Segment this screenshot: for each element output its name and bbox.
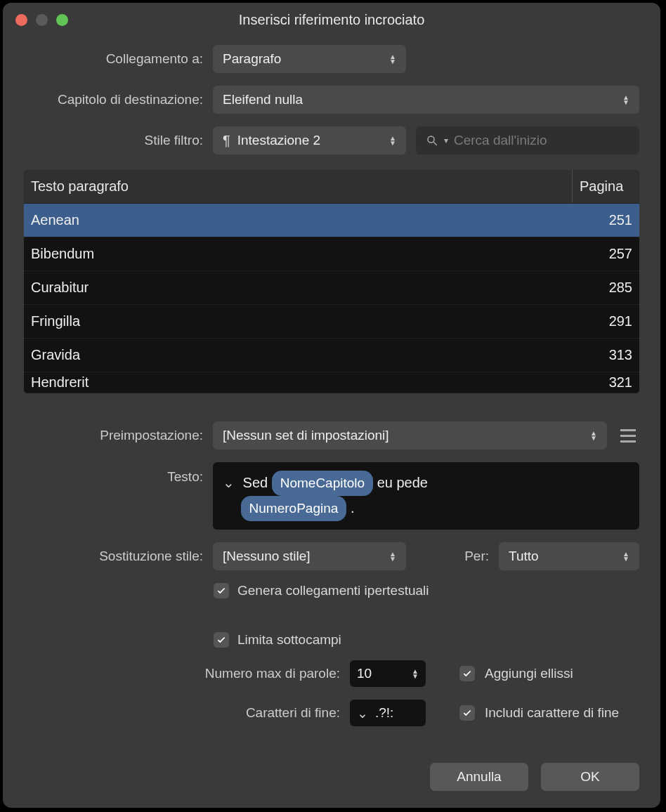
checkbox-hyperlinks[interactable] (214, 583, 229, 598)
search-placeholder: Cerca dall'inizio (454, 133, 547, 148)
cancel-button[interactable]: Annulla (430, 763, 528, 791)
end-chars-field[interactable]: ⌄ .?!: (350, 700, 426, 726)
menu-icon[interactable] (617, 429, 639, 443)
cell-page: 257 (573, 246, 639, 262)
label-filter-style: Stile filtro: (24, 133, 203, 148)
label-style-sub: Sostituzione stile: (24, 549, 203, 564)
label-text: Testo: (24, 462, 203, 485)
chevron-updown-icon: ▲▼ (389, 136, 396, 145)
table-header: Testo paragrafo Pagina (24, 170, 639, 204)
checkbox-add-ellipsis[interactable] (459, 666, 475, 681)
dropdown-preset[interactable]: [Nessun set di impostazioni] ▲▼ (213, 421, 607, 450)
label-add-ellipsis: Aggiungi ellissi (485, 666, 573, 681)
dialog-window: Inserisci riferimento incrociato Collega… (3, 3, 660, 808)
chevron-updown-icon: ▲▼ (622, 95, 629, 105)
svg-point-0 (428, 136, 434, 143)
cell-text: Bibendum (24, 246, 573, 262)
cancel-button-label: Annulla (457, 769, 501, 785)
cell-page: 251 (573, 212, 639, 228)
dropdown-dest-chapter-value: Eleifend nulla (223, 92, 303, 107)
cell-page: 291 (573, 313, 639, 329)
ok-button[interactable]: OK (541, 763, 639, 791)
text-suffix: . (351, 500, 355, 516)
label-link-to: Collegamento a: (24, 51, 203, 67)
table-row[interactable]: Aenean251 (24, 204, 639, 237)
token-chapter-name[interactable]: NomeCapitolo (272, 471, 373, 496)
minimize-icon (36, 14, 48, 26)
chevron-updown-icon: ▲▼ (590, 431, 597, 440)
end-chars-value: .?!: (375, 705, 393, 721)
table-row[interactable]: Fringilla291 (24, 305, 639, 339)
text-mid: eu pede (377, 475, 428, 490)
cell-text: Gravida (24, 347, 573, 363)
cell-text: Aenean (24, 212, 573, 228)
dropdown-link-to[interactable]: Paragrafo ▲▼ (213, 45, 406, 73)
cell-text: Curabitur (24, 280, 573, 296)
cell-text: Hendrerit (24, 374, 573, 391)
token-page-number[interactable]: NumeroPagina (241, 496, 347, 521)
chevron-updown-icon: ▲▼ (389, 54, 396, 64)
max-words-stepper[interactable]: 10 ▲▼ (350, 660, 426, 687)
svg-line-1 (433, 142, 437, 145)
close-icon[interactable] (15, 14, 27, 26)
cell-page: 313 (573, 347, 639, 363)
table-row[interactable]: Curabitur285 (24, 271, 639, 305)
paragraph-table: Testo paragrafo Pagina Aenean251Bibendum… (24, 170, 639, 393)
chevron-updown-icon: ▲▼ (389, 551, 396, 561)
dropdown-for[interactable]: Tutto ▲▼ (499, 542, 639, 570)
chevron-updown-icon: ▲▼ (412, 669, 419, 679)
chevron-down-icon: ▾ (444, 136, 448, 145)
text-template-field[interactable]: ⌄ Sed NomeCapitolo eu pede NumeroPagina … (213, 462, 639, 530)
check-icon (216, 586, 226, 596)
cell-text: Fringilla (24, 313, 573, 329)
label-max-words: Numero max di parole: (24, 666, 340, 681)
dropdown-filter-style-value: Intestazione 2 (237, 133, 320, 148)
chevron-down-icon[interactable]: ⌄ (223, 471, 235, 494)
label-preset: Preimpostazione: (24, 428, 203, 443)
text-prefix: Sed (243, 475, 268, 490)
zoom-icon[interactable] (56, 14, 68, 26)
chevron-updown-icon: ▲▼ (622, 551, 629, 561)
dropdown-for-value: Tutto (509, 549, 539, 564)
label-dest-chapter: Capitolo di destinazione: (24, 92, 203, 107)
max-words-value: 10 (357, 666, 372, 681)
chevron-down-icon[interactable]: ⌄ (357, 705, 368, 721)
traffic-lights (15, 14, 68, 26)
check-icon (462, 669, 472, 679)
table-row[interactable]: Gravida313 (24, 339, 639, 372)
label-limit-subfields: Limita sottocampi (237, 632, 341, 648)
check-icon (216, 635, 226, 645)
th-page[interactable]: Pagina (573, 170, 639, 203)
dropdown-preset-value: [Nessun set di impostazioni] (223, 428, 389, 443)
dropdown-filter-style[interactable]: ¶ Intestazione 2 ▲▼ (213, 126, 406, 155)
checkbox-limit-subfields[interactable] (214, 632, 229, 648)
label-for: Per: (464, 549, 489, 564)
dropdown-style-sub-value: [Nessuno stile] (223, 549, 311, 564)
dropdown-link-to-value: Paragrafo (223, 51, 281, 67)
search-icon (426, 134, 438, 147)
label-end-chars: Caratteri di fine: (24, 705, 340, 721)
table-row[interactable]: Bibendum257 (24, 237, 639, 271)
label-hyperlinks: Genera collegamenti ipertestuali (237, 583, 429, 598)
label-include-end: Includi carattere di fine (485, 705, 619, 721)
table-row[interactable]: Hendrerit321 (24, 372, 639, 393)
check-icon (462, 708, 472, 718)
dropdown-dest-chapter[interactable]: Eleifend nulla ▲▼ (213, 86, 639, 114)
pilcrow-icon: ¶ (223, 133, 230, 149)
dropdown-style-sub[interactable]: [Nessuno stile] ▲▼ (213, 542, 406, 570)
ok-button-label: OK (580, 769, 599, 785)
checkbox-include-end[interactable] (459, 705, 475, 721)
titlebar: Inserisci riferimento incrociato (3, 3, 660, 37)
window-title: Inserisci riferimento incrociato (3, 12, 660, 28)
table-body: Aenean251Bibendum257Curabitur285Fringill… (24, 204, 639, 393)
search-input[interactable]: ▾ Cerca dall'inizio (416, 126, 639, 155)
th-text[interactable]: Testo paragrafo (24, 170, 573, 203)
cell-page: 321 (573, 374, 639, 391)
cell-page: 285 (573, 280, 639, 296)
